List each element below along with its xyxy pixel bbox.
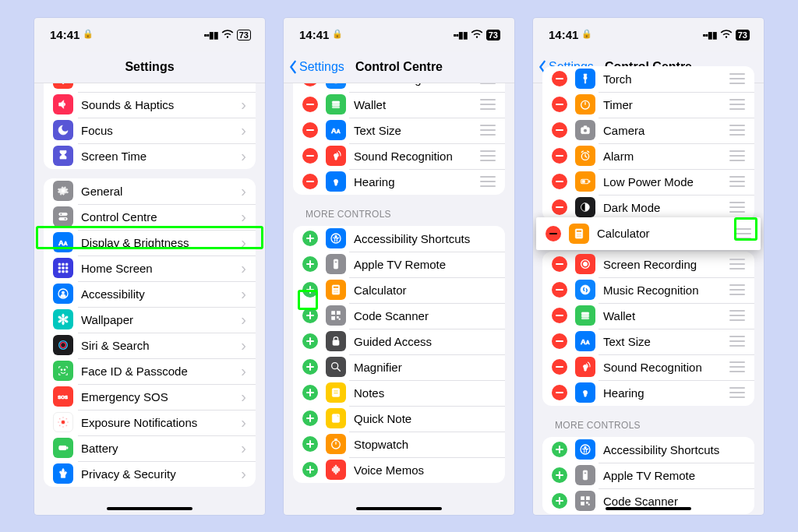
settings-row-sounds[interactable]: Sounds & Haptics › <box>44 92 256 118</box>
drag-handle-icon[interactable] <box>480 99 496 110</box>
drag-handle-icon[interactable] <box>729 202 745 213</box>
drag-handle-icon[interactable] <box>729 99 745 110</box>
remove-button[interactable] <box>552 199 567 215</box>
settings-row-sos[interactable]: SOS Emergency SOS › <box>44 384 256 410</box>
drag-handle-icon[interactable] <box>729 259 745 270</box>
settings-row-screentime[interactable]: Screen Time › <box>44 143 256 169</box>
cc-row-wallet[interactable]: Wallet <box>293 92 505 118</box>
cc-row-camera[interactable]: Camera <box>542 118 754 143</box>
remove-button[interactable] <box>552 308 567 323</box>
drag-handle-icon[interactable] <box>729 284 745 295</box>
cc-row-text-size[interactable]: AA Text Size <box>542 329 754 354</box>
add-button[interactable] <box>302 308 318 323</box>
remove-button[interactable] <box>302 83 318 87</box>
add-button[interactable] <box>302 462 318 477</box>
cc-row-screen-rec[interactable]: Screen Recording <box>542 252 754 277</box>
settings-row-siri[interactable]: Siri & Search › <box>44 333 256 358</box>
remove-button[interactable] <box>552 359 567 375</box>
settings-row-notifications[interactable]: Notifications › <box>44 83 256 92</box>
add-button[interactable] <box>302 282 318 298</box>
cc-row-quicknote[interactable]: Quick Note <box>293 406 505 432</box>
cc-row-alarm[interactable]: Alarm <box>542 143 754 169</box>
settings-row-focus[interactable]: Focus › <box>44 118 256 143</box>
remove-button[interactable] <box>552 174 567 189</box>
cc-row-timer[interactable]: Timer <box>542 92 754 118</box>
add-button[interactable] <box>552 493 567 509</box>
cc-row-atv[interactable]: Apple TV Remote <box>293 252 505 277</box>
settings-row-control-centre[interactable]: Control Centre › <box>44 204 256 230</box>
cc-row-hearing[interactable]: Hearing <box>293 169 505 195</box>
dragging-row-calculator[interactable]: Calculator <box>536 217 761 250</box>
cc-row-dark[interactable]: Dark Mode <box>542 195 754 220</box>
cc-row-music-rec[interactable]: Music Recognition <box>542 277 754 303</box>
settings-row-accessibility[interactable]: Accessibility › <box>44 281 256 307</box>
cc-row-wallet[interactable]: Wallet <box>542 303 754 329</box>
remove-button[interactable] <box>302 122 318 138</box>
drag-handle-icon[interactable] <box>729 336 745 347</box>
settings-row-home-screen[interactable]: Home Screen › <box>44 255 256 281</box>
drag-handle-icon[interactable] <box>480 150 496 161</box>
cc-scroll[interactable]: Music Recognition Wallet AA Text Size So… <box>284 83 514 515</box>
drag-handle-icon[interactable] <box>729 176 745 187</box>
cc-row-text-size[interactable]: AA Text Size <box>293 118 505 143</box>
home-indicator[interactable] <box>606 507 691 510</box>
add-button[interactable] <box>302 359 318 375</box>
drag-handle-icon[interactable] <box>729 310 745 321</box>
add-button[interactable] <box>302 256 318 272</box>
cc-row-code-scan[interactable]: Code Scanner <box>542 488 754 514</box>
remove-button[interactable] <box>546 226 561 241</box>
settings-row-battery[interactable]: Battery › <box>44 435 256 461</box>
drag-handle-icon[interactable] <box>736 228 751 239</box>
settings-row-privacy[interactable]: Privacy & Security › <box>44 461 256 487</box>
drag-handle-icon[interactable] <box>480 125 496 136</box>
cc-row-magnifier[interactable]: Magnifier <box>293 354 505 380</box>
cc-scroll[interactable]: Torch Timer Camera Alarm Low Power Mode … <box>533 83 764 515</box>
drag-handle-icon[interactable] <box>729 73 745 84</box>
add-button[interactable] <box>302 385 318 400</box>
remove-button[interactable] <box>552 148 567 164</box>
remove-button[interactable] <box>302 174 318 189</box>
remove-button[interactable] <box>552 256 567 272</box>
drag-handle-icon[interactable] <box>729 150 745 161</box>
cc-row-code-scan[interactable]: Code Scanner <box>293 303 505 329</box>
cc-row-guided[interactable]: Guided Access <box>293 329 505 354</box>
home-indicator[interactable] <box>107 507 192 510</box>
settings-row-exposure[interactable]: Exposure Notifications › <box>44 410 256 435</box>
drag-handle-icon[interactable] <box>480 176 496 187</box>
add-button[interactable] <box>552 467 567 483</box>
cc-row-music-rec[interactable]: Music Recognition <box>293 83 505 92</box>
cc-row-sound-rec[interactable]: Sound Recognition <box>542 354 754 380</box>
cc-row-sound-rec[interactable]: Sound Recognition <box>293 143 505 169</box>
add-button[interactable] <box>302 231 318 246</box>
cc-row-torch[interactable]: Torch <box>542 66 754 92</box>
cc-row-lpm[interactable]: Low Power Mode <box>542 169 754 195</box>
cc-row-voice[interactable]: Voice Memos <box>293 457 505 483</box>
add-button[interactable] <box>302 410 318 426</box>
drag-handle-icon[interactable] <box>729 125 745 136</box>
settings-row-faceid[interactable]: Face ID & Passcode › <box>44 358 256 384</box>
cc-row-stopwatch[interactable]: Stopwatch <box>293 432 505 457</box>
remove-button[interactable] <box>552 97 567 112</box>
add-button[interactable] <box>302 436 318 452</box>
cc-row-hearing[interactable]: Hearing <box>542 380 754 406</box>
drag-handle-icon[interactable] <box>729 387 745 398</box>
add-button[interactable] <box>302 333 318 349</box>
remove-button[interactable] <box>552 122 567 138</box>
drag-handle-icon[interactable] <box>729 361 745 372</box>
cc-row-calculator[interactable]: Calculator <box>293 277 505 303</box>
remove-button[interactable] <box>552 71 567 86</box>
remove-button[interactable] <box>302 148 318 164</box>
settings-scroll[interactable]: Notifications › Sounds & Haptics › Focus… <box>34 83 265 515</box>
remove-button[interactable] <box>552 333 567 349</box>
cc-row-acc-short[interactable]: Accessibility Shortcuts <box>293 226 505 252</box>
remove-button[interactable] <box>552 385 567 400</box>
cc-row-acc-short[interactable]: Accessibility Shortcuts <box>542 437 754 463</box>
settings-row-general[interactable]: General › <box>44 178 256 204</box>
settings-row-wallpaper[interactable]: Wallpaper › <box>44 307 256 333</box>
cc-row-atv[interactable]: Apple TV Remote <box>542 463 754 488</box>
home-indicator[interactable] <box>356 507 442 510</box>
drag-handle-icon[interactable] <box>480 83 496 85</box>
add-button[interactable] <box>552 442 567 457</box>
remove-button[interactable] <box>552 282 567 298</box>
settings-row-display[interactable]: AA Display & Brightness › <box>44 230 256 255</box>
